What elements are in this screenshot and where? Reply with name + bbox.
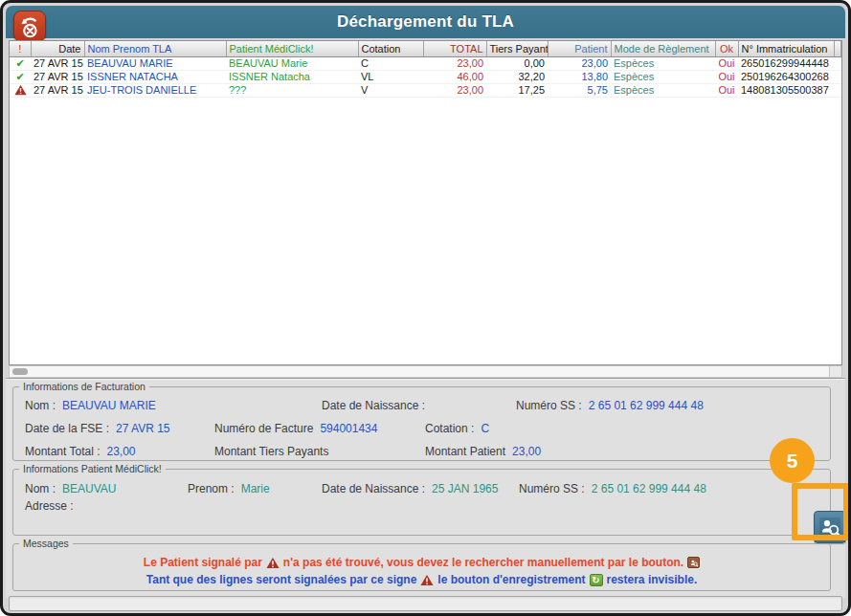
messages-section: Messages Le Patient signalé par n'a pas … (12, 538, 831, 591)
cell-patient-mediclick: ISSNER Natacha (226, 70, 358, 83)
message-text: Tant que des lignes seront signalées par… (146, 573, 417, 586)
field-label: Date de Naissance : (322, 399, 425, 412)
pmc-adresse-field: Adresse : (25, 499, 80, 513)
cell-tiers-payant: 32,20 (486, 70, 548, 83)
cell-patient: 13,80 (548, 70, 611, 83)
cancel-return-button[interactable] (13, 11, 46, 42)
facturation-nom-field: Nom :BEAUVAU MARIE (25, 399, 156, 412)
pmc-prenom-field: Prenom :Marie (188, 482, 270, 495)
undo-cancel-icon (17, 14, 42, 39)
messages-legend: Messages (19, 538, 73, 549)
warning-triangle-icon (14, 85, 27, 97)
cell-tiers-payant: 0,00 (486, 56, 548, 70)
check-icon: ✔ (15, 57, 24, 69)
cell-mode-reglement: Espèces (611, 83, 715, 97)
field-value: 27 AVR 15 (116, 422, 169, 435)
tla-download-window: Déchargement du TLA ! Date Nom Prenom TL… (0, 0, 851, 616)
col-header-ok[interactable]: Ok (715, 41, 738, 56)
col-header-patient-mediclick[interactable]: Patient MédiClick! (226, 41, 358, 56)
scrollbar-thumb[interactable] (12, 368, 28, 375)
col-header-patient[interactable]: Patient (548, 41, 611, 56)
cell-nom-tla: ISSNER NATACHA (84, 70, 226, 83)
cell-total: 23,00 (423, 83, 486, 97)
save-icon: ↻ (590, 574, 603, 586)
cell-ok: Oui (715, 70, 738, 83)
col-header-flag[interactable]: ! (10, 41, 31, 56)
col-header-cotation[interactable]: Cotation (358, 41, 423, 56)
col-header-mode-reglement[interactable]: Mode de Règlement (611, 41, 715, 56)
warning-triangle-icon (266, 557, 280, 569)
facturation-section: Informations de Facturation Nom :BEAUVAU… (12, 381, 831, 461)
cell-immatriculation: 148081305500387 (738, 83, 834, 97)
col-header-nom-tla[interactable]: Nom Prenom TLA (84, 41, 226, 56)
message-text: n'a pas été trouvé, vous devez le recher… (283, 556, 683, 569)
tla-table-container: ! Date Nom Prenom TLA Patient MédiClick!… (9, 40, 842, 365)
table-row[interactable]: 27 AVR 15 JEU-TROIS DANIELLE ??? V 23,00… (10, 83, 841, 97)
col-header-total[interactable]: TOTAL (423, 41, 486, 56)
field-value: C (481, 422, 489, 435)
patient-search-icon (687, 557, 700, 568)
cell-immatriculation: 250196264300268 (738, 70, 834, 83)
facturation-fse-field: Date de la FSE :27 AVR 15 (25, 422, 170, 435)
facturation-facture-field: Numéro de Facture594001434 (214, 422, 377, 435)
facturation-legend: Informations de Facturation (19, 381, 149, 392)
col-header-immatriculation[interactable]: N° Immatriculation (738, 41, 834, 56)
facturation-ss-field: Numéro SS :2 65 01 62 999 444 48 (516, 399, 704, 412)
field-value: 23,00 (512, 445, 541, 458)
status-bar (9, 596, 842, 611)
cell-immatriculation: 265016299944448 (738, 56, 834, 70)
field-value: 2 65 01 62 999 444 48 (589, 399, 704, 412)
scrollbar-corner (829, 366, 841, 377)
cell-date: 27 AVR 15 (31, 70, 84, 83)
field-value: 25 JAN 1965 (432, 482, 498, 495)
field-label: Nom : (25, 399, 56, 412)
pmc-ddn-field: Date de Naissance :25 JAN 1965 (322, 482, 498, 495)
facturation-tiers-field: Montant Tiers Payants (214, 445, 335, 458)
cell-date: 27 AVR 15 (31, 56, 84, 70)
patient-mediclick-section: Informations Patient MédiClick! Nom :BEA… (12, 463, 831, 536)
window-title: Déchargement du TLA (6, 6, 845, 38)
facturation-patient-field: Montant Patient23,00 (425, 445, 541, 458)
cell-total: 23,00 (423, 56, 486, 70)
warning-triangle-icon (420, 574, 434, 586)
field-value: 594001434 (320, 422, 377, 435)
field-label: Montant Tiers Payants (214, 445, 328, 458)
cell-date: 27 AVR 15 (31, 83, 84, 97)
cell-ok: Oui (715, 56, 738, 70)
horizontal-scrollbar[interactable] (9, 365, 842, 378)
cell-total: 46,00 (423, 70, 486, 83)
cell-cotation: C (358, 56, 423, 70)
cell-cotation: VL (358, 70, 423, 83)
message-line-2: Tant que des lignes seront signalées par… (13, 573, 830, 586)
cell-patient-mediclick: BEAUVAU Marie (226, 56, 358, 70)
highlight-callout-box (792, 483, 849, 540)
pmc-ss-field: Numéro SS :2 65 01 62 999 444 48 (519, 482, 706, 495)
table-row[interactable]: ✔ 27 AVR 15 ISSNER NATACHA ISSNER Natach… (10, 70, 841, 83)
col-header-tiers-payant[interactable]: Tiers Payant (486, 41, 548, 56)
field-label: Nom : (25, 482, 56, 495)
cell-patient-mediclick: ??? (226, 83, 358, 97)
field-value: BEAUVAU (62, 482, 116, 495)
step-number-badge: 5 (770, 438, 815, 483)
col-header-date[interactable]: Date (31, 41, 84, 56)
cell-tiers-payant: 17,25 (486, 83, 548, 97)
field-label: Numéro SS : (519, 482, 585, 495)
tla-table: ! Date Nom Prenom TLA Patient MédiClick!… (10, 41, 841, 98)
cell-ok: Oui (715, 83, 738, 97)
field-value: 23,00 (107, 445, 136, 458)
field-label: Numéro SS : (516, 399, 582, 412)
cell-patient: 23,00 (548, 56, 611, 70)
field-label: Montant Total : (25, 445, 101, 458)
table-row[interactable]: ✔ 27 AVR 15 BEAUVAU MARIE BEAUVAU Marie … (10, 56, 841, 70)
message-text: le bouton d'enregistrement (437, 573, 585, 586)
field-value: Marie (241, 482, 270, 495)
detail-panel: Informations de Facturation Nom :BEAUVAU… (6, 378, 845, 598)
check-icon: ✔ (15, 71, 24, 82)
field-label: Date de Naissance : (322, 482, 425, 495)
cell-patient: 5,75 (548, 83, 611, 97)
field-label: Date de la FSE : (25, 422, 109, 435)
cell-nom-tla: BEAUVAU MARIE (84, 56, 226, 70)
field-label: Cotation : (425, 422, 474, 435)
message-line-1: Le Patient signalé par n'a pas été trouv… (13, 556, 830, 569)
field-label: Montant Patient (425, 445, 505, 458)
